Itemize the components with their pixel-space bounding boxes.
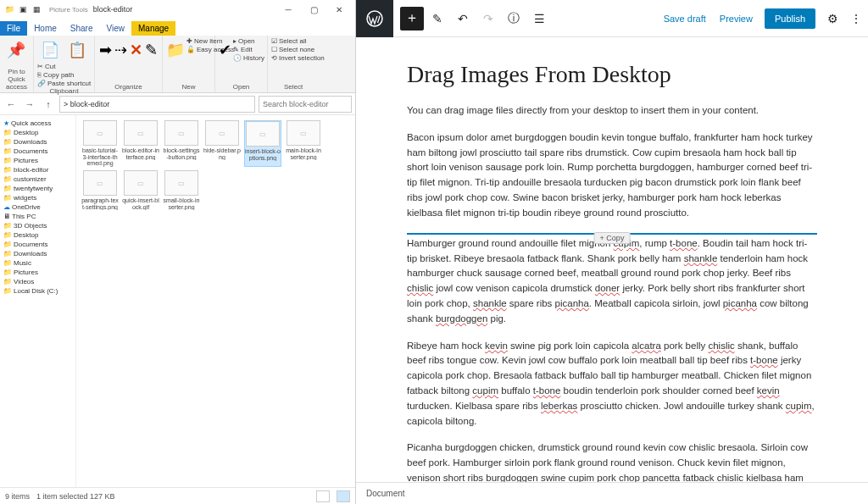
properties-big-icon[interactable]: ✔ [219,37,231,63]
file-thumbnail[interactable]: ▭main-block-inserter.png [285,120,322,167]
tree-item[interactable]: Documents [2,147,74,156]
tree-item[interactable]: Videos [2,277,74,286]
file-thumbnail[interactable]: ▭hide-sidebar.png [203,120,241,167]
publish-button[interactable]: Publish [765,8,815,29]
paste-shortcut-button[interactable]: 🔗 Paste shortcut [37,80,91,87]
post-title[interactable]: Drag Images From Desktop [407,61,817,88]
paragraph-block[interactable]: Bacon ipsum dolor amet burgdoggen boudin… [407,130,817,221]
undo-button[interactable]: ↶ [451,7,475,30]
file-name: basic-tutorial-3-interface-themed.png [81,147,119,167]
edit-button[interactable]: ✎ Edit [233,46,264,53]
tree-item[interactable]: This PC [2,212,74,221]
paragraph-block[interactable]: Picanha burgdoggen chicken, drumstick gr… [407,440,817,482]
move-to-icon[interactable]: ➡ [98,37,112,63]
image-icon: ▭ [83,170,117,196]
tree-item[interactable]: Desktop [2,128,74,137]
select-group-label: Select [271,83,315,91]
tree-item[interactable]: block-editor [2,165,74,174]
minimize-button[interactable]: ─ [275,1,301,18]
file-name: small-block-inserter.png [163,197,200,210]
tab-share[interactable]: Share [64,21,100,36]
tree-item[interactable]: Pictures [2,268,74,277]
tree-item[interactable]: Documents [2,240,74,249]
close-button[interactable]: ✕ [326,1,352,18]
tree-item[interactable]: OneDrive [2,202,74,212]
file-name: block-editor-interface.png [122,147,159,160]
tab-file[interactable]: File [0,21,27,36]
new-folder-icon[interactable]: ▦ [31,3,42,15]
paste-icon[interactable]: 📋 [64,37,90,63]
tree-item[interactable]: Downloads [2,137,74,147]
back-button[interactable]: ← [3,97,19,112]
cut-button[interactable]: ✂ Cut [37,63,91,70]
tab-view[interactable]: View [100,21,132,36]
tree-item[interactable]: Pictures [2,156,74,165]
invert-selection-button[interactable]: ⟲ Invert selection [271,54,315,62]
settings-gear-icon[interactable]: ⚙ [821,7,844,30]
file-thumbnail[interactable]: ▭block-editor-interface.png [122,120,159,167]
file-thumbnail[interactable]: ▭small-block-inserter.png [163,170,200,210]
file-name: block-settings-button.png [163,147,200,160]
details-view-button[interactable] [316,490,330,502]
tree-item[interactable]: twentytwenty [2,184,74,193]
file-name: paragraph-text-settings.png [81,197,119,210]
file-thumbnail[interactable]: ▭quick-insert-block.gif [122,170,159,210]
add-block-button[interactable]: ＋ [400,7,424,30]
folder-icon: 📁 [3,3,15,15]
file-name: insert-block-options.png [245,148,281,161]
tab-manage[interactable]: Manage [131,21,175,36]
rename-icon[interactable]: ✎ [145,37,159,63]
window-title: block-editor [93,5,275,14]
new-folder-big-icon[interactable]: 📁 [166,37,185,63]
copy-icon[interactable]: 📄 [37,37,63,63]
maximize-button[interactable]: ▢ [301,1,326,18]
footer-breadcrumb[interactable]: Document [366,489,405,498]
tree-item[interactable]: Desktop [2,230,74,240]
file-thumbnail[interactable]: ▭block-settings-button.png [163,120,200,167]
nav-tree[interactable]: Quick accessDesktopDownloadsDocumentsPic… [0,115,76,487]
search-input[interactable] [259,96,352,113]
tree-item[interactable]: widgets [2,193,74,202]
thumb-view-button[interactable] [337,490,350,502]
tree-item[interactable]: 3D Objects [2,221,74,230]
editor-canvas[interactable]: Drag Images From Desktop You can drag im… [356,37,868,482]
history-button[interactable]: 🕓 History [233,54,264,62]
file-thumbnail[interactable]: ▭basic-tutorial-3-interface-themed.png [81,120,119,167]
outline-icon[interactable]: ☰ [527,7,551,30]
copy-to-icon[interactable]: ⇢ [114,37,127,63]
edit-mode-icon[interactable]: ✎ [426,7,449,30]
wordpress-logo-icon[interactable] [356,0,393,37]
image-icon: ▭ [205,120,239,146]
pin-icon[interactable]: 📌 [3,37,29,63]
copy-path-button[interactable]: ⎘ Copy path [37,71,91,79]
drop-hint-badge: + Copy [594,232,631,244]
redo-button[interactable]: ↷ [476,7,500,30]
status-item-count: 9 items [5,492,30,501]
properties-icon[interactable]: ▣ [17,3,29,15]
paragraph-block[interactable]: Hamburger ground round andouille filet m… [407,236,817,327]
breadcrumb[interactable]: > block-editor [59,96,255,113]
tab-home[interactable]: Home [27,21,64,36]
file-pane[interactable]: ▭basic-tutorial-3-interface-themed.png▭b… [76,115,355,487]
paragraph-block[interactable]: You can drag image files directly from y… [407,103,817,119]
tree-item[interactable]: Quick access [2,119,74,128]
select-all-button[interactable]: ☑ Select all [271,37,315,45]
file-thumbnail[interactable]: ▭insert-block-options.png [244,120,281,167]
info-icon[interactable]: ⓘ [502,7,526,30]
more-menu-icon[interactable]: ⋮ [844,7,868,30]
open-button[interactable]: ▸ Open [233,37,264,45]
file-name: main-block-inserter.png [285,147,322,160]
forward-button[interactable]: → [22,97,37,112]
up-button[interactable]: ↑ [41,97,56,112]
delete-icon[interactable]: ✕ [130,37,143,63]
tree-item[interactable]: Music [2,258,74,268]
file-thumbnail[interactable]: ▭paragraph-text-settings.png [81,170,119,210]
tree-item[interactable]: Local Disk (C:) [2,286,74,296]
tree-item[interactable]: customizer [2,174,74,184]
save-draft-button[interactable]: Save draft [657,14,713,24]
select-none-button[interactable]: ☐ Select none [271,46,315,53]
paragraph-block[interactable]: Ribeye ham hock kevin swine pig pork loi… [407,339,817,429]
wp-toolbar: ＋ ✎ ↶ ↷ ⓘ ☰ Save draft Preview Publish ⚙… [356,0,868,37]
preview-button[interactable]: Preview [713,14,760,24]
tree-item[interactable]: Downloads [2,249,74,258]
